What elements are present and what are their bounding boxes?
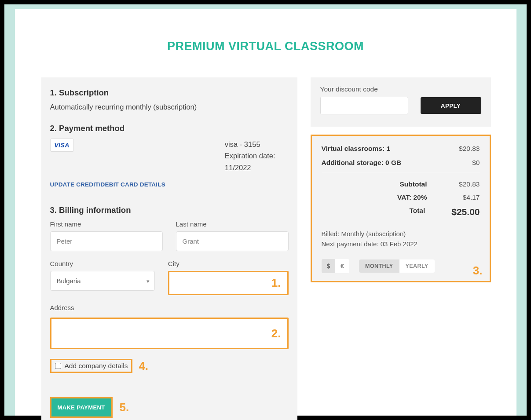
last-name-input[interactable] — [176, 231, 289, 251]
order-summary: Virtual classrooms: 1 $20.83 Additional … — [311, 135, 491, 282]
make-payment-button[interactable]: MAKE PAYMENT — [50, 397, 113, 418]
rooms-label: Virtual classrooms: 1 — [322, 145, 391, 153]
card-expiration-label: Expiration date: — [225, 150, 275, 161]
card-expiration-value: 11/2022 — [225, 162, 275, 173]
vat-value: $4.17 — [454, 194, 480, 201]
callout-4: 4. — [139, 359, 148, 373]
total-label: Total — [409, 207, 425, 217]
company-details-highlight: Add company details — [50, 359, 133, 373]
currency-usd-button[interactable]: $ — [322, 259, 336, 273]
city-input[interactable] — [169, 272, 265, 294]
period-toggle: MONTHLY YEARLY — [359, 259, 434, 273]
apply-button[interactable]: APPLY — [421, 97, 481, 114]
storage-value: $0 — [472, 159, 480, 167]
address-input[interactable] — [51, 319, 265, 348]
first-name-input[interactable] — [50, 231, 163, 251]
next-payment-text: Next payment date: 03 Feb 2022 — [322, 239, 480, 249]
subscription-text: Automatically recurring monthly (subscri… — [50, 103, 289, 111]
billing-heading: 3. Billing information — [50, 205, 289, 215]
country-select[interactable]: Bulgaria — [50, 271, 155, 291]
callout-3: 3. — [473, 264, 483, 278]
company-details-label: Add company details — [65, 362, 128, 370]
subtotal-label: Subtotal — [400, 180, 427, 188]
update-card-link[interactable]: UPDATE CREDIT/DEBIT CARD DETAILS — [50, 181, 289, 188]
callout-1: 1. — [265, 276, 287, 290]
period-yearly-button[interactable]: YEARLY — [399, 259, 435, 273]
country-label: Country — [50, 260, 155, 267]
callout-5: 5. — [120, 401, 129, 414]
currency-eur-button[interactable]: € — [335, 259, 349, 273]
checkout-form: 1. Subscription Automatically recurring … — [41, 77, 297, 420]
discount-label: Your discount code — [320, 85, 481, 93]
address-input-highlight: 2. — [50, 318, 289, 349]
subtotal-value: $20.83 — [454, 180, 480, 188]
payment-heading: 2. Payment method — [50, 124, 289, 133]
city-label: City — [168, 260, 289, 267]
subscription-heading: 1. Subscription — [50, 88, 289, 98]
callout-2: 2. — [265, 327, 287, 340]
last-name-label: Last name — [176, 220, 289, 228]
discount-box: Your discount code APPLY — [311, 77, 491, 127]
rooms-value: $20.83 — [459, 145, 480, 153]
first-name-label: First name — [50, 220, 163, 228]
storage-label: Additional storage: 0 GB — [322, 159, 402, 167]
total-value: $25.00 — [451, 207, 480, 217]
address-label: Address — [50, 304, 289, 311]
card-info: visa - 3155 Expiration date: 11/2022 — [225, 139, 289, 173]
billed-text: Billed: Monthly (subscription) — [322, 229, 480, 239]
company-details-checkbox[interactable] — [55, 363, 61, 369]
discount-input[interactable] — [320, 97, 408, 114]
period-monthly-button[interactable]: MONTHLY — [359, 259, 399, 273]
visa-icon: VISA — [50, 139, 74, 152]
page-title: PREMIUM VIRTUAL CLASSROOM — [41, 40, 490, 53]
vat-label: VAT: 20% — [397, 194, 427, 201]
city-input-highlight: 1. — [168, 271, 289, 295]
summary-divider — [322, 173, 480, 173]
card-summary: visa - 3155 — [225, 139, 275, 150]
currency-toggle: $ € — [322, 259, 350, 273]
